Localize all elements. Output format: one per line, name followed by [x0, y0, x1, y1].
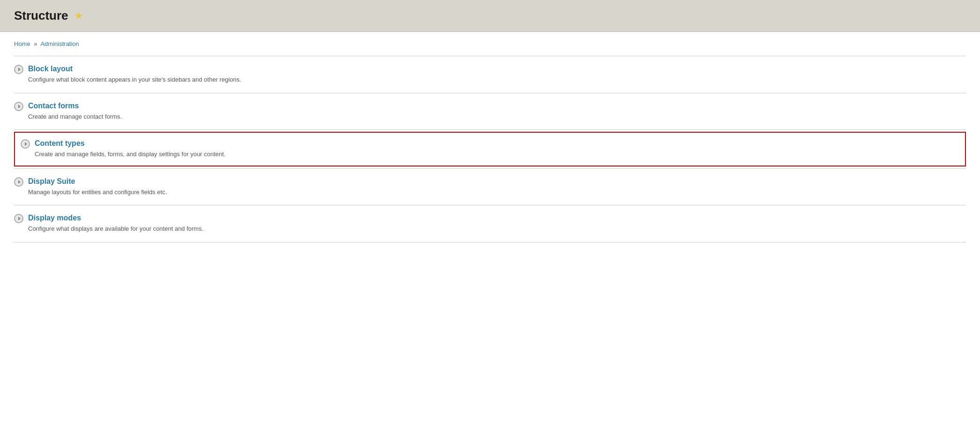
menu-item-display-suite: Display SuiteManage layouts for entities…	[14, 168, 966, 205]
menu-item-content-contact-forms: Contact formsCreate and manage contact f…	[28, 102, 966, 121]
menu-item-content-block-layout: Block layoutConfigure what block content…	[28, 65, 966, 84]
arrow-icon-display-modes	[14, 214, 23, 223]
menu-item-content-types: Content typesCreate and manage fields, f…	[14, 129, 966, 166]
arrow-icon-content-types	[21, 139, 30, 149]
arrow-icon-display-suite	[14, 177, 23, 187]
menu-item-title-display-modes[interactable]: Display modes	[28, 214, 81, 222]
breadcrumb-separator: »	[34, 40, 37, 47]
menu-item-content-display-suite: Display SuiteManage layouts for entities…	[28, 177, 966, 197]
breadcrumb-administration[interactable]: Administration	[40, 40, 79, 47]
content-area: Home » Administration Block layoutConfig…	[0, 32, 980, 242]
menu-item-desc-block-layout: Configure what block content appears in …	[28, 75, 966, 84]
breadcrumb-home[interactable]: Home	[14, 40, 30, 47]
arrow-icon-block-layout	[14, 65, 23, 74]
menu-item-title-content-types[interactable]: Content types	[35, 139, 85, 148]
menu-list: Block layoutConfigure what block content…	[14, 56, 966, 242]
page-header: Structure ★	[0, 0, 980, 32]
menu-item-contact-forms: Contact formsCreate and manage contact f…	[14, 93, 966, 130]
menu-item-display-modes: Display modesConfigure what displays are…	[14, 205, 966, 242]
breadcrumb: Home » Administration	[14, 40, 966, 47]
menu-item-title-block-layout[interactable]: Block layout	[28, 65, 73, 73]
menu-item-block-layout: Block layoutConfigure what block content…	[14, 56, 966, 93]
menu-item-desc-content-types: Create and manage fields, forms, and dis…	[35, 150, 959, 159]
menu-item-title-contact-forms[interactable]: Contact forms	[28, 102, 79, 110]
arrow-icon-contact-forms	[14, 102, 23, 111]
menu-item-content-content-types: Content typesCreate and manage fields, f…	[35, 139, 959, 159]
menu-item-desc-display-suite: Manage layouts for entities and configur…	[28, 188, 966, 197]
star-icon[interactable]: ★	[74, 10, 83, 22]
page-title: Structure	[14, 8, 68, 23]
menu-item-title-display-suite[interactable]: Display Suite	[28, 177, 75, 186]
menu-item-desc-contact-forms: Create and manage contact forms.	[28, 112, 966, 121]
menu-item-desc-display-modes: Configure what displays are available fo…	[28, 224, 966, 234]
menu-item-content-display-modes: Display modesConfigure what displays are…	[28, 214, 966, 234]
